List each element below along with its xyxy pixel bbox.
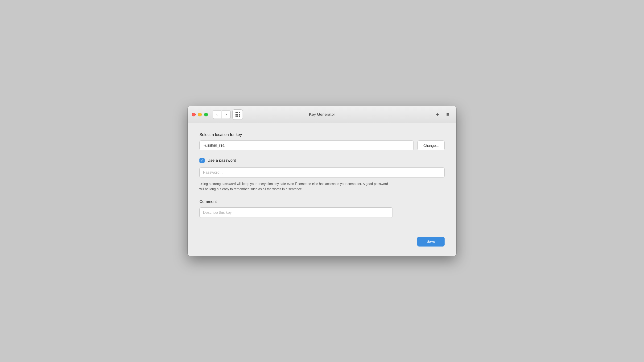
main-content: Select a location for key Change... ✓ Us… xyxy=(188,123,456,236)
traffic-lights xyxy=(192,113,208,116)
checkmark-icon: ✓ xyxy=(200,158,204,162)
app-window: ‹ › Key Generator + ≡ Select a location … xyxy=(188,106,456,256)
close-button[interactable] xyxy=(192,113,196,116)
comment-input[interactable] xyxy=(200,208,393,218)
location-input[interactable] xyxy=(200,140,414,150)
back-button[interactable]: ‹ xyxy=(212,110,221,119)
grid-icon xyxy=(236,112,240,117)
location-row: Change... xyxy=(200,140,444,150)
list-button[interactable]: ≡ xyxy=(444,110,452,119)
location-label: Select a location for key xyxy=(200,132,444,137)
use-password-checkbox[interactable]: ✓ xyxy=(200,158,204,163)
password-hint: Using a strong password will keep your e… xyxy=(200,182,393,192)
maximize-button[interactable] xyxy=(204,113,208,116)
titlebar: ‹ › Key Generator + ≡ xyxy=(188,106,456,123)
add-button[interactable]: + xyxy=(433,110,442,119)
comment-section: Comment xyxy=(200,200,444,218)
footer: Save xyxy=(188,236,456,256)
forward-button[interactable]: › xyxy=(222,110,230,119)
change-button[interactable]: Change... xyxy=(418,140,444,150)
password-input[interactable] xyxy=(200,167,444,178)
comment-label: Comment xyxy=(200,200,444,204)
save-button[interactable]: Save xyxy=(417,236,444,246)
use-password-label: Use a password xyxy=(208,158,236,163)
list-icon: ≡ xyxy=(446,112,450,118)
nav-buttons: ‹ › xyxy=(212,110,230,119)
window-title: Key Generator xyxy=(309,112,335,117)
grid-view-button[interactable] xyxy=(232,109,243,120)
password-section: ✓ Use a password Using a strong password… xyxy=(200,158,444,192)
titlebar-actions: + ≡ xyxy=(433,110,452,119)
use-password-row: ✓ Use a password xyxy=(200,158,444,163)
minimize-button[interactable] xyxy=(198,113,202,116)
